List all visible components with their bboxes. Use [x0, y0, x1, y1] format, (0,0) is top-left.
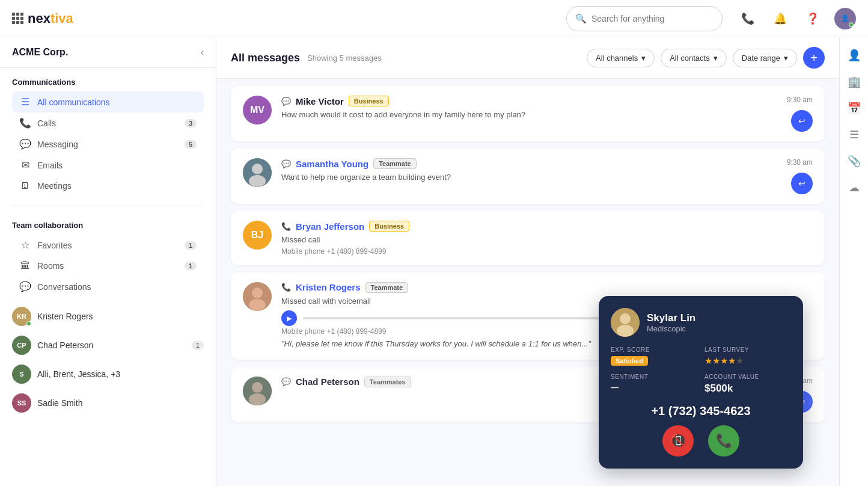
nav-item-calls[interactable]: 📞 Calls 3: [12, 112, 204, 134]
sidebar-header: ACME Corp. ‹: [0, 37, 216, 68]
msg-text: How much would it cost to add everyone i…: [281, 109, 777, 121]
answer-call-button[interactable]: 📞: [708, 425, 739, 457]
reply-button[interactable]: ↩: [791, 110, 813, 132]
samantha-photo: [243, 158, 272, 187]
call-avatar: [611, 308, 640, 337]
exp-score-value: Satisfied: [611, 355, 697, 366]
calls-icon: 📞: [19, 117, 31, 129]
svg-point-10: [620, 313, 631, 324]
building-icon-button[interactable]: 🏢: [843, 71, 865, 93]
conv-item-sadie[interactable]: SS Sadie Smith: [7, 389, 209, 417]
logo: nextiva: [12, 11, 73, 26]
nav-item-favorites[interactable]: ☆ Favorites 1: [12, 235, 204, 256]
conv-avatar-kristen: KR: [12, 307, 31, 326]
search-bar[interactable]: 🔍: [566, 6, 723, 31]
nav-item-messaging[interactable]: 💬 Messaging 5: [12, 134, 204, 155]
nav-item-all-communications[interactable]: ☰ All communications: [12, 91, 204, 112]
help-icon-button[interactable]: ❓: [802, 8, 824, 29]
conv-item-chad[interactable]: CP Chad Peterson 1: [7, 331, 209, 360]
main-area-wrapper: All messages Showing 5 messages All chan…: [216, 37, 839, 486]
left-sidebar: ACME Corp. ‹ Communications ☰ All commun…: [0, 37, 216, 486]
conv-item-alli-group[interactable]: S Alli, Brent, Jessica, +3: [7, 360, 209, 389]
message-card-bryan-jefferson[interactable]: BJ 📞 Bryan Jefferson Business Missed cal…: [231, 211, 825, 265]
conv-avatar-alli: S: [12, 364, 31, 384]
favorites-icon: ☆: [19, 239, 31, 251]
message-card-mike-victor[interactable]: MV 💬 Mike Victor Business How much would…: [231, 86, 825, 141]
team-collab-section: Team collaboration ☆ Favorites 1 🏛 Rooms…: [0, 211, 216, 302]
grid-icon[interactable]: [12, 13, 23, 24]
main-title: All messages: [231, 52, 300, 64]
msg-meta: 9:30 am ↩: [787, 96, 813, 132]
call-actions: 📵 📞: [611, 425, 791, 457]
logo-text: nextiva: [28, 11, 73, 26]
user-avatar[interactable]: 👤: [834, 8, 856, 29]
msg-time: 9:30 am: [787, 96, 813, 104]
nav-item-label: Messaging: [37, 140, 179, 149]
collapse-button[interactable]: ‹: [201, 47, 204, 58]
phone-icon-button[interactable]: 📞: [737, 8, 759, 29]
msg-name: Chad Peterson: [296, 377, 359, 387]
reply-button[interactable]: ↩: [791, 173, 813, 194]
msg-body: 📞 Bryan Jefferson Business Missed call M…: [281, 221, 803, 256]
msg-name: Samantha Young: [296, 159, 368, 169]
meetings-icon: 🗓: [19, 180, 31, 191]
favorites-badge: 1: [185, 241, 197, 250]
stars-rating: ★★★★★: [704, 355, 791, 366]
conv-item-kristen[interactable]: KR Kristen Rogers: [7, 302, 209, 331]
nav-item-label: Emails: [37, 161, 197, 170]
msg-avatar-sy: [243, 158, 272, 187]
calendar-icon-button[interactable]: 📅: [843, 97, 865, 119]
all-channels-filter[interactable]: All channels ▾: [587, 49, 655, 67]
channel-icon-phone: 📞: [281, 283, 291, 292]
play-button[interactable]: ▶: [281, 310, 297, 326]
svg-point-4: [252, 288, 263, 298]
nav-item-rooms[interactable]: 🏛 Rooms 1: [12, 256, 204, 276]
msg-name: Kristen Rogers: [296, 282, 361, 292]
nav-item-meetings[interactable]: 🗓 Meetings: [12, 176, 204, 196]
satisfied-badge: Satisfied: [611, 356, 648, 366]
conv-avatar-sadie: SS: [12, 393, 31, 413]
msg-avatar-kr: [243, 282, 272, 311]
top-nav: nextiva 🔍 📞 🔔 ❓ 👤: [0, 0, 868, 37]
conv-name: Chad Peterson: [37, 340, 186, 350]
exp-score-label: EXP. SCORE: [611, 346, 697, 353]
message-card-samantha-young[interactable]: 💬 Samantha Young Teammate Want to help m…: [231, 149, 825, 204]
list-icon-button[interactable]: ☰: [843, 124, 865, 146]
contact-icon-button[interactable]: 👤: [843, 45, 865, 66]
all-contacts-filter[interactable]: All contacts ▾: [661, 49, 726, 67]
chevron-down-icon: ▾: [784, 54, 788, 63]
nav-item-conversations[interactable]: 💬 Conversations: [12, 276, 204, 297]
kristen-photo: [243, 282, 272, 311]
messaging-icon: 💬: [19, 138, 31, 150]
sentiment-label: SENTIMENT: [611, 374, 697, 380]
conversations-list: KR Kristen Rogers CP Chad Peterson 1 S A…: [0, 302, 216, 427]
empty-star: ★: [736, 355, 744, 366]
search-input[interactable]: [591, 14, 714, 23]
chevron-down-icon: ▾: [714, 54, 718, 63]
svg-point-7: [252, 382, 263, 393]
conv-badge: 1: [192, 341, 204, 349]
cloud-icon-button[interactable]: ☁: [843, 177, 865, 198]
call-card: Skylar Lin Mediscopic EXP. SCORE Satisfi…: [599, 296, 803, 469]
communications-label: Communications: [12, 78, 204, 87]
app-layout: ACME Corp. ‹ Communications ☰ All commun…: [0, 37, 868, 486]
conv-avatar-chad: CP: [12, 336, 31, 355]
add-button[interactable]: +: [803, 47, 825, 69]
account-value-label: ACCOUNT VALUE: [704, 374, 791, 380]
nav-item-label: All communications: [37, 97, 197, 107]
nav-item-emails[interactable]: ✉ Emails: [12, 155, 204, 176]
end-call-button[interactable]: 📵: [662, 425, 694, 457]
date-range-filter[interactable]: Date range ▾: [733, 49, 797, 67]
nav-item-label: Favorites: [37, 241, 179, 250]
attachment-icon-button[interactable]: 📎: [843, 150, 865, 172]
last-survey-block: LAST SURVEY ★★★★★: [704, 346, 791, 366]
channel-icon-chat: 💬: [281, 377, 291, 386]
search-icon: 🔍: [575, 13, 587, 24]
conv-name: Sadie Smith: [37, 398, 204, 408]
conversations-icon: 💬: [19, 281, 31, 292]
rooms-badge: 1: [185, 262, 197, 270]
nav-item-label: Calls: [37, 118, 179, 128]
msg-header: 💬 Mike Victor Business: [281, 96, 777, 106]
bell-icon-button[interactable]: 🔔: [769, 8, 791, 29]
online-status-dot: [849, 22, 854, 27]
